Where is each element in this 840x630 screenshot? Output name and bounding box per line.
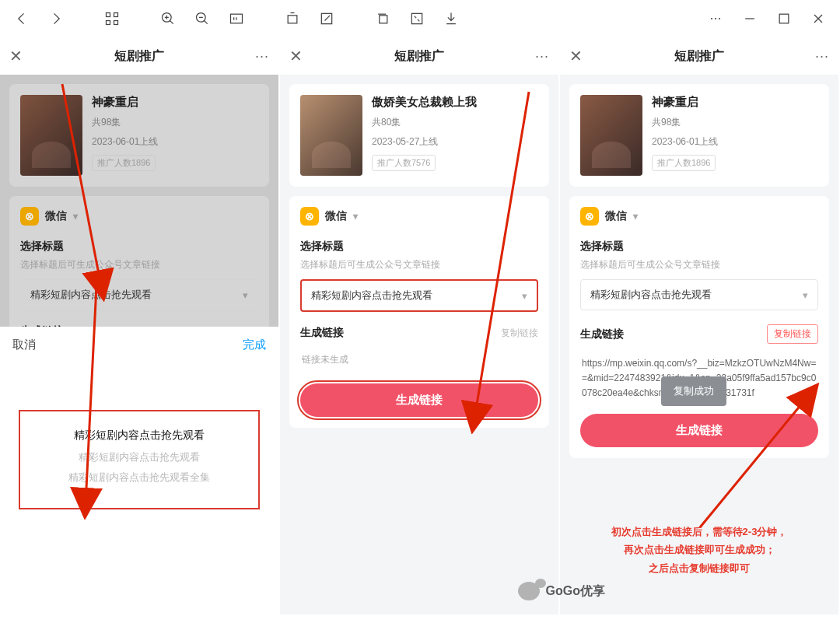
show-poster (20, 95, 82, 176)
panel-header: ✕ 短剧推广 ··· (560, 37, 838, 75)
svg-rect-11 (779, 14, 789, 23)
ocr-button[interactable] (401, 3, 432, 34)
menu-dots-icon[interactable]: ··· (814, 48, 829, 65)
select-title-hint: 选择标题后可生成公众号文章链接 (580, 258, 818, 271)
forward-button[interactable] (40, 3, 72, 34)
show-poster (580, 95, 642, 176)
panel-3: ✕ 短剧推广 ··· 神豪重启 共98集 2023-06-01上线 推广人数18… (560, 37, 840, 614)
svg-rect-2 (107, 20, 110, 24)
fit-button[interactable] (221, 3, 252, 34)
svg-rect-3 (114, 20, 118, 24)
wechat-label: 微信 (45, 209, 67, 223)
copy-link-button[interactable]: 复制链接 (767, 324, 818, 344)
panel-title: 短剧推广 (305, 48, 534, 65)
copy-link-button[interactable]: 复制链接 (501, 327, 538, 340)
gen-link-label: 生成链接 (580, 327, 624, 341)
select-title-label: 选择标题 (20, 240, 258, 254)
wechat-icon: ⊗ (20, 207, 39, 226)
promoter-badge: 推广人数7576 (372, 155, 436, 171)
title-dropdown[interactable]: 精彩短剧内容点击抢先观看 (20, 279, 258, 310)
close-icon[interactable]: ✕ (9, 47, 25, 65)
back-button[interactable] (6, 3, 37, 34)
show-title: 傲娇美女总裁赖上我 (372, 95, 538, 110)
show-date: 2023-05-27上线 (372, 135, 538, 149)
show-title: 神豪重启 (652, 95, 818, 110)
title-dropdown[interactable]: 精彩短剧内容点击抢先观看 (300, 279, 538, 312)
wechat-label: 微信 (605, 209, 627, 223)
wechat-icon: ⊗ (300, 207, 319, 226)
copy-link-button[interactable]: 复制链接 (221, 325, 258, 327)
copy-success-toast: 复制成功 (661, 376, 726, 406)
cancel-button[interactable]: 取消 (12, 338, 36, 352)
title-dropdown[interactable]: 精彩短剧内容点击抢先观看 (580, 279, 818, 310)
close-icon[interactable]: ✕ (289, 47, 305, 65)
panel-title: 短剧推广 (25, 48, 254, 65)
show-date: 2023-06-01上线 (652, 135, 818, 149)
dropdown-popup: 精彩短剧内容点击抢先观看 精彩短剧内容点击抢先观看 精彩短剧内容点击抢先观看全集 (19, 410, 260, 509)
rotate-button[interactable] (277, 3, 308, 34)
grid-icon[interactable] (96, 3, 128, 34)
wechat-icon: ⊗ (580, 207, 599, 226)
instruction-note: 初次点击生成链接后，需等待2-3分钟， 再次点击生成链接即可生成成功； 之后点击… (574, 523, 824, 577)
show-date: 2023-06-01上线 (92, 135, 258, 149)
show-title: 神豪重启 (92, 95, 258, 110)
action-bar: 取消 完成 (0, 327, 278, 363)
wechat-selector[interactable]: ⊗ 微信 (20, 207, 258, 226)
panel-2: ✕ 短剧推广 ··· 傲娇美女总裁赖上我 共80集 2023-05-27上线 推… (280, 37, 560, 614)
close-icon[interactable]: ✕ (569, 47, 585, 65)
watermark: GoGo优享 (518, 582, 605, 600)
wechat-label: 微信 (325, 209, 347, 223)
svg-rect-10 (411, 13, 422, 23)
zoom-out-button[interactable] (187, 3, 218, 34)
show-card: 神豪重启 共98集 2023-06-01上线 推广人数1896 (9, 84, 269, 187)
show-episodes: 共98集 (92, 116, 258, 129)
gen-link-label: 生成链接 (20, 324, 64, 327)
done-button[interactable]: 完成 (243, 338, 266, 352)
wechat-selector[interactable]: ⊗ 微信 (580, 207, 818, 226)
menu-dots-icon[interactable]: ··· (254, 48, 269, 65)
window-toolbar: ··· (0, 0, 840, 37)
minimize-button[interactable] (734, 3, 765, 34)
panel-body: 傲娇美女总裁赖上我 共80集 2023-05-27上线 推广人数7576 ⊗ 微… (280, 75, 558, 614)
panels-row: ✕ 短剧推广 ··· 神豪重启 共98集 2023-06-01上线 推广人数18… (0, 37, 840, 614)
dropdown-option[interactable]: 精彩短剧内容点击抢先观看全集 (28, 471, 250, 485)
show-card: 神豪重启 共98集 2023-06-01上线 推广人数1896 (569, 84, 829, 187)
svg-rect-0 (107, 12, 110, 16)
edit-button[interactable] (311, 3, 342, 34)
select-title-label: 选择标题 (300, 240, 538, 254)
wechat-card: ⊗ 微信 选择标题 选择标题后可生成公众号文章链接 精彩短剧内容点击抢先观看 生… (289, 196, 549, 428)
select-title-hint: 选择标题后可生成公众号文章链接 (300, 258, 538, 271)
promoter-badge: 推广人数1896 (652, 155, 716, 171)
panel-body: 神豪重启 共98集 2023-06-01上线 推广人数1896 ⊗ 微信 选择标… (0, 75, 278, 327)
link-output: 链接未生成 (300, 346, 538, 377)
show-episodes: 共98集 (652, 116, 818, 129)
panel-header: ✕ 短剧推广 ··· (280, 37, 558, 75)
maximize-button[interactable] (768, 3, 800, 34)
dropdown-option[interactable]: 精彩短剧内容点击抢先观看 (28, 429, 250, 443)
show-poster (300, 95, 362, 176)
panel-1: ✕ 短剧推广 ··· 神豪重启 共98集 2023-06-01上线 推广人数18… (0, 37, 280, 614)
close-button[interactable] (803, 3, 834, 34)
select-title-hint: 选择标题后可生成公众号文章链接 (20, 258, 258, 271)
dropdown-option[interactable]: 精彩短剧内容点击抢先观看 (28, 450, 250, 464)
svg-rect-7 (288, 15, 297, 23)
download-button[interactable] (436, 3, 467, 34)
show-episodes: 共80集 (372, 116, 538, 129)
svg-rect-1 (114, 12, 118, 16)
svg-rect-9 (380, 15, 387, 23)
generate-link-button[interactable]: 生成链接 (580, 414, 818, 447)
gen-link-label: 生成链接 (300, 326, 344, 340)
wechat-bubble-icon (518, 582, 540, 600)
zoom-in-button[interactable] (152, 3, 184, 34)
show-card: 傲娇美女总裁赖上我 共80集 2023-05-27上线 推广人数7576 (289, 84, 549, 187)
wechat-selector[interactable]: ⊗ 微信 (300, 207, 538, 226)
wechat-card: ⊗ 微信 选择标题 选择标题后可生成公众号文章链接 精彩短剧内容点击抢先观看 生… (569, 196, 829, 458)
select-title-label: 选择标题 (580, 240, 818, 254)
generate-link-button[interactable]: 生成链接 (300, 383, 538, 417)
more-button[interactable]: ··· (700, 3, 731, 34)
menu-dots-icon[interactable]: ··· (534, 48, 549, 65)
copy-button[interactable] (367, 3, 398, 34)
wechat-card: ⊗ 微信 选择标题 选择标题后可生成公众号文章链接 精彩短剧内容点击抢先观看 生… (9, 196, 269, 327)
panel-header: ✕ 短剧推广 ··· (0, 37, 278, 75)
panel-title: 短剧推广 (585, 48, 814, 65)
